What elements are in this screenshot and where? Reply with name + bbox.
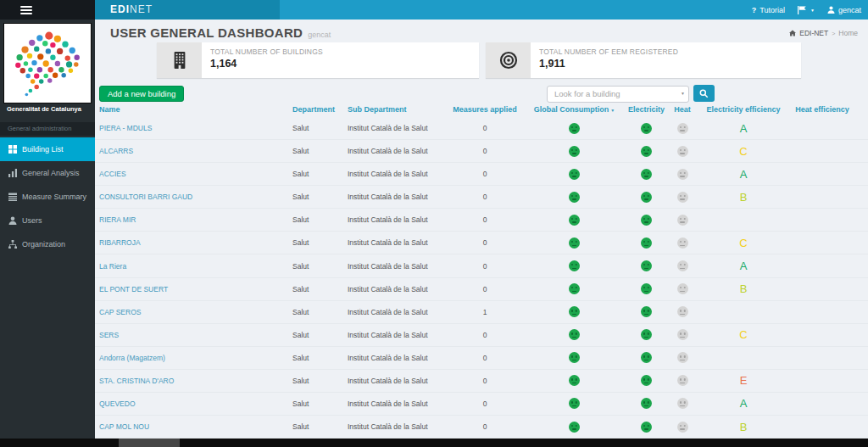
measures-applied-cell: 0 bbox=[442, 186, 527, 208]
table-row[interactable]: SERS Salut Institut Català de la Salut 0… bbox=[95, 324, 868, 347]
building-name-link[interactable]: SERS bbox=[99, 324, 281, 346]
topbar-dark-corner bbox=[0, 0, 95, 20]
sub-department-cell: Institut Català de la Salut bbox=[348, 370, 458, 392]
department-cell: Salut bbox=[292, 347, 343, 369]
add-building-button[interactable]: Add a new building bbox=[99, 86, 184, 102]
hamburger-menu-icon[interactable] bbox=[20, 6, 32, 14]
column-header-heat[interactable]: Heat bbox=[657, 105, 708, 114]
column-header-measures-applied[interactable]: Measures applied bbox=[442, 105, 527, 114]
stat-value-eem: 1,911 bbox=[539, 58, 678, 70]
building-name-link[interactable]: STA. CRISTINA D'ARO bbox=[99, 370, 281, 392]
column-header-heat-efficiency[interactable]: Heat efficiency bbox=[783, 105, 861, 114]
table-body: PIERA - MDULS Salut Institut Català de l… bbox=[95, 117, 868, 439]
smiley-face-icon bbox=[677, 375, 688, 386]
smiley-face-icon bbox=[569, 283, 580, 294]
building-name-link[interactable]: CONSULTORI BARRI GAUD bbox=[99, 186, 281, 208]
table-row[interactable]: RIERA MIR Salut Institut Català de la Sa… bbox=[95, 209, 868, 232]
smiley-face-icon bbox=[569, 398, 580, 409]
building-name-link[interactable]: CAP MOL NOU bbox=[99, 416, 281, 438]
smiley-face-icon bbox=[641, 283, 652, 294]
electricity-efficiency-grade: A bbox=[702, 117, 785, 139]
breadcrumb-root[interactable]: EDI-NET bbox=[799, 29, 828, 37]
electricity-efficiency-grade: A bbox=[702, 163, 785, 185]
building-name-link[interactable]: QUEVEDO bbox=[99, 393, 281, 415]
table-row[interactable]: STA. CRISTINA D'ARO Salut Institut Catal… bbox=[95, 370, 868, 393]
breadcrumb: EDI-NET > Home bbox=[789, 29, 858, 37]
target-icon bbox=[498, 50, 519, 70]
measures-applied-cell: 0 bbox=[442, 324, 527, 346]
sidebar-item-general-analysis[interactable]: General Analysis bbox=[0, 161, 95, 185]
stat-card-buildings: TOTAL NUMBER OF BUILDINGS 1,164 bbox=[157, 42, 479, 78]
sidebar-item-label: Users bbox=[22, 216, 42, 225]
smiley-face-icon bbox=[641, 237, 652, 249]
heat-cell bbox=[657, 232, 708, 254]
table-row[interactable]: ALCARRS Salut Institut Català de la Salu… bbox=[95, 140, 868, 163]
column-header-department[interactable]: Department bbox=[292, 105, 343, 114]
table-row[interactable]: Andorra (Magatzem) Salut Institut Català… bbox=[95, 347, 868, 370]
bottom-bar bbox=[0, 439, 868, 447]
column-header-electricity-efficiency[interactable]: Electricity efficiency bbox=[702, 105, 785, 114]
building-name-link[interactable]: Andorra (Magatzem) bbox=[99, 347, 281, 369]
user-menu[interactable]: gencat bbox=[827, 6, 861, 14]
smiley-face-icon bbox=[569, 123, 580, 134]
building-name-link[interactable]: EL PONT DE SUERT bbox=[99, 278, 281, 300]
column-header-sub-department[interactable]: Sub Department bbox=[348, 105, 458, 114]
sidebar-item-organization[interactable]: Organization bbox=[0, 232, 95, 256]
department-cell: Salut bbox=[292, 140, 343, 162]
table-row[interactable]: ACCIES Salut Institut Català de la Salut… bbox=[95, 163, 868, 186]
electricity-efficiency-grade bbox=[702, 209, 785, 231]
building-name-link[interactable]: RIERA MIR bbox=[99, 209, 281, 231]
department-cell: Salut bbox=[292, 393, 343, 415]
sidebar-item-measure-summary[interactable]: Measure Summary bbox=[0, 185, 95, 209]
table-row[interactable]: EL PONT DE SUERT Salut Institut Català d… bbox=[95, 278, 868, 301]
search-input[interactable] bbox=[547, 86, 689, 103]
building-name-link[interactable]: ALCARRS bbox=[99, 140, 281, 162]
table-row[interactable]: CONSULTORI BARRI GAUD Salut Institut Cat… bbox=[95, 186, 868, 209]
stat-value-buildings: 1,164 bbox=[210, 58, 323, 70]
sidebar-item-users[interactable]: Users bbox=[0, 209, 95, 232]
building-name-link[interactable]: CAP SEROS bbox=[99, 301, 281, 323]
username-label: gencat bbox=[838, 6, 861, 14]
table-row[interactable]: PIERA - MDULS Salut Institut Català de l… bbox=[95, 117, 868, 140]
table-row[interactable]: CAP SEROS Salut Institut Català de la Sa… bbox=[95, 301, 868, 324]
sidebar-item-label: Building List bbox=[22, 145, 64, 154]
search-button[interactable] bbox=[693, 85, 715, 102]
smiley-face-icon bbox=[641, 398, 652, 409]
table-row[interactable]: La Riera Salut Institut Català de la Sal… bbox=[95, 254, 868, 277]
sidebar-section-label: General administration bbox=[0, 122, 95, 136]
sub-department-cell: Institut Català de la Salut bbox=[348, 163, 458, 185]
department-cell: Salut bbox=[292, 186, 343, 208]
measures-applied-cell: 0 bbox=[442, 254, 527, 277]
table-header: Name Department Sub Department Measures … bbox=[95, 105, 868, 117]
heat-efficiency-grade bbox=[783, 301, 861, 323]
department-cell: Salut bbox=[292, 209, 343, 231]
topbar: EDINET ? Tutorial ▼ gencat bbox=[0, 0, 868, 20]
page-title: USER GENERAL DASHBOARDgencat bbox=[110, 25, 331, 40]
column-header-name[interactable]: Name bbox=[99, 105, 281, 114]
breadcrumb-current: Home bbox=[838, 29, 858, 37]
search-dropdown-caret-icon[interactable]: ▼ bbox=[681, 91, 685, 96]
app-logo[interactable]: EDINET bbox=[95, 0, 280, 20]
sub-department-cell: Institut Català de la Salut bbox=[348, 278, 458, 300]
building-name-link[interactable]: RIBARROJA bbox=[99, 232, 281, 254]
building-name-link[interactable]: ACCIES bbox=[99, 163, 281, 185]
sub-department-cell: Institut Català de la Salut bbox=[348, 301, 458, 323]
heat-cell bbox=[657, 393, 708, 415]
table-row[interactable]: QUEVEDO Salut Institut Català de la Salu… bbox=[95, 393, 868, 416]
sidebar-item-label: Organization bbox=[22, 240, 65, 249]
language-dropdown[interactable]: ▼ bbox=[798, 6, 815, 14]
building-name-link[interactable]: PIERA - MDULS bbox=[99, 117, 281, 139]
electricity-efficiency-grade bbox=[702, 301, 785, 323]
heat-cell bbox=[657, 278, 708, 300]
heat-efficiency-grade bbox=[783, 163, 861, 185]
smiley-face-icon bbox=[641, 192, 652, 203]
sidebar-item-building-list[interactable]: Building List bbox=[0, 137, 95, 161]
heat-cell bbox=[657, 301, 708, 323]
tutorial-button[interactable]: ? Tutorial bbox=[752, 6, 785, 14]
smiley-face-icon bbox=[641, 146, 652, 157]
table-row[interactable]: RIBARROJA Salut Institut Català de la Sa… bbox=[95, 232, 868, 254]
table-row[interactable]: CAP MOL NOU Salut Institut Català de la … bbox=[95, 416, 868, 439]
smiley-face-icon bbox=[641, 352, 652, 363]
department-cell: Salut bbox=[292, 324, 343, 346]
building-name-link[interactable]: La Riera bbox=[99, 254, 281, 277]
